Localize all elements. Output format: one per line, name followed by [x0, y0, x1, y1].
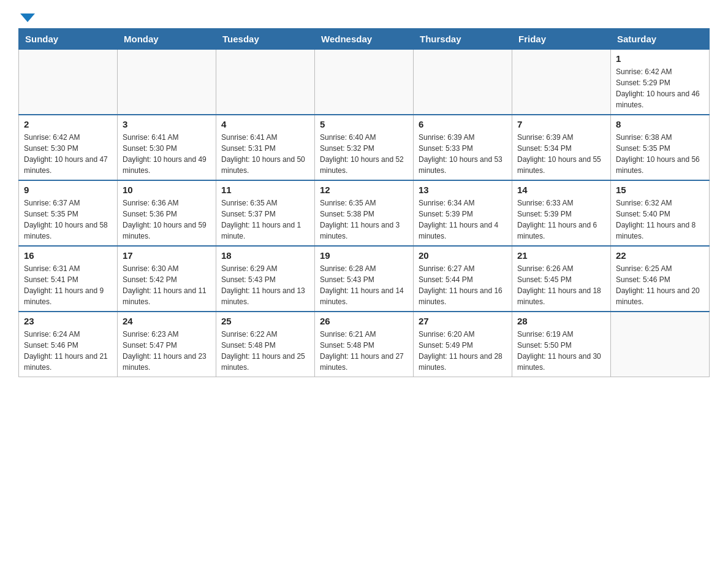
calendar-cell: 3Sunrise: 6:41 AM Sunset: 5:30 PM Daylig…	[118, 115, 216, 180]
day-info: Sunrise: 6:38 AM Sunset: 5:35 PM Dayligh…	[616, 132, 704, 176]
calendar-cell: 22Sunrise: 6:25 AM Sunset: 5:46 PM Dayli…	[611, 246, 710, 312]
day-info: Sunrise: 6:42 AM Sunset: 5:30 PM Dayligh…	[24, 132, 112, 176]
logo-triangle-icon	[20, 13, 35, 22]
calendar-cell: 15Sunrise: 6:32 AM Sunset: 5:40 PM Dayli…	[611, 180, 710, 246]
day-number: 22	[616, 250, 704, 261]
calendar-cell: 10Sunrise: 6:36 AM Sunset: 5:36 PM Dayli…	[118, 180, 216, 246]
day-number: 6	[419, 119, 507, 129]
day-number: 7	[517, 119, 605, 129]
column-header-sunday: Sunday	[19, 29, 118, 50]
day-info: Sunrise: 6:25 AM Sunset: 5:46 PM Dayligh…	[616, 263, 704, 307]
day-number: 9	[24, 185, 112, 195]
day-info: Sunrise: 6:40 AM Sunset: 5:32 PM Dayligh…	[320, 132, 408, 176]
calendar-week-row: 1Sunrise: 6:42 AM Sunset: 5:29 PM Daylig…	[19, 50, 710, 115]
day-info: Sunrise: 6:35 AM Sunset: 5:38 PM Dayligh…	[320, 197, 408, 242]
day-info: Sunrise: 6:21 AM Sunset: 5:48 PM Dayligh…	[320, 329, 408, 373]
day-number: 24	[123, 316, 211, 326]
calendar-cell: 13Sunrise: 6:34 AM Sunset: 5:39 PM Dayli…	[414, 180, 512, 246]
day-info: Sunrise: 6:28 AM Sunset: 5:43 PM Dayligh…	[320, 263, 408, 307]
day-number: 25	[221, 316, 309, 326]
day-info: Sunrise: 6:23 AM Sunset: 5:47 PM Dayligh…	[123, 329, 211, 373]
logo	[18, 12, 35, 22]
calendar-cell: 21Sunrise: 6:26 AM Sunset: 5:45 PM Dayli…	[512, 246, 611, 312]
calendar-cell	[216, 50, 315, 115]
day-info: Sunrise: 6:37 AM Sunset: 5:35 PM Dayligh…	[24, 197, 112, 242]
day-number: 18	[221, 250, 309, 261]
day-number: 16	[24, 250, 112, 261]
day-number: 13	[419, 185, 507, 195]
page-header	[18, 12, 710, 22]
column-header-saturday: Saturday	[611, 29, 710, 50]
column-header-monday: Monday	[118, 29, 216, 50]
day-number: 26	[320, 316, 408, 326]
day-info: Sunrise: 6:32 AM Sunset: 5:40 PM Dayligh…	[616, 197, 704, 242]
calendar-week-row: 9Sunrise: 6:37 AM Sunset: 5:35 PM Daylig…	[19, 180, 710, 246]
day-info: Sunrise: 6:22 AM Sunset: 5:48 PM Dayligh…	[221, 329, 309, 373]
day-number: 1	[616, 53, 704, 64]
calendar-cell: 6Sunrise: 6:39 AM Sunset: 5:33 PM Daylig…	[414, 115, 512, 180]
day-info: Sunrise: 6:34 AM Sunset: 5:39 PM Dayligh…	[419, 197, 507, 242]
day-info: Sunrise: 6:39 AM Sunset: 5:33 PM Dayligh…	[419, 132, 507, 176]
calendar-week-row: 16Sunrise: 6:31 AM Sunset: 5:41 PM Dayli…	[19, 246, 710, 312]
day-info: Sunrise: 6:41 AM Sunset: 5:30 PM Dayligh…	[123, 132, 211, 176]
column-header-friday: Friday	[512, 29, 611, 50]
day-info: Sunrise: 6:36 AM Sunset: 5:36 PM Dayligh…	[123, 197, 211, 242]
calendar-cell	[118, 50, 216, 115]
day-number: 28	[517, 316, 605, 326]
day-number: 3	[123, 119, 211, 129]
calendar-cell: 26Sunrise: 6:21 AM Sunset: 5:48 PM Dayli…	[315, 312, 414, 377]
calendar-cell: 2Sunrise: 6:42 AM Sunset: 5:30 PM Daylig…	[19, 115, 118, 180]
day-number: 27	[419, 316, 507, 326]
calendar-cell: 20Sunrise: 6:27 AM Sunset: 5:44 PM Dayli…	[414, 246, 512, 312]
day-info: Sunrise: 6:35 AM Sunset: 5:37 PM Dayligh…	[221, 197, 309, 242]
calendar-cell: 16Sunrise: 6:31 AM Sunset: 5:41 PM Dayli…	[19, 246, 118, 312]
calendar-cell: 28Sunrise: 6:19 AM Sunset: 5:50 PM Dayli…	[512, 312, 611, 377]
calendar-week-row: 2Sunrise: 6:42 AM Sunset: 5:30 PM Daylig…	[19, 115, 710, 180]
calendar-cell: 9Sunrise: 6:37 AM Sunset: 5:35 PM Daylig…	[19, 180, 118, 246]
day-info: Sunrise: 6:31 AM Sunset: 5:41 PM Dayligh…	[24, 263, 112, 307]
day-number: 12	[320, 185, 408, 195]
day-info: Sunrise: 6:30 AM Sunset: 5:42 PM Dayligh…	[123, 263, 211, 307]
calendar-cell	[19, 50, 118, 115]
calendar-header-row: SundayMondayTuesdayWednesdayThursdayFrid…	[19, 29, 710, 50]
day-info: Sunrise: 6:26 AM Sunset: 5:45 PM Dayligh…	[517, 263, 605, 307]
calendar-cell: 4Sunrise: 6:41 AM Sunset: 5:31 PM Daylig…	[216, 115, 315, 180]
calendar-cell: 24Sunrise: 6:23 AM Sunset: 5:47 PM Dayli…	[118, 312, 216, 377]
calendar-cell	[315, 50, 414, 115]
calendar-cell: 8Sunrise: 6:38 AM Sunset: 5:35 PM Daylig…	[611, 115, 710, 180]
calendar-week-row: 23Sunrise: 6:24 AM Sunset: 5:46 PM Dayli…	[19, 312, 710, 377]
calendar-table: SundayMondayTuesdayWednesdayThursdayFrid…	[18, 28, 710, 377]
calendar-cell	[512, 50, 611, 115]
day-number: 15	[616, 185, 704, 195]
day-number: 21	[517, 250, 605, 261]
column-header-tuesday: Tuesday	[216, 29, 315, 50]
day-number: 17	[123, 250, 211, 261]
day-number: 11	[221, 185, 309, 195]
calendar-cell: 7Sunrise: 6:39 AM Sunset: 5:34 PM Daylig…	[512, 115, 611, 180]
calendar-cell: 23Sunrise: 6:24 AM Sunset: 5:46 PM Dayli…	[19, 312, 118, 377]
day-number: 19	[320, 250, 408, 261]
day-number: 4	[221, 119, 309, 129]
day-number: 2	[24, 119, 112, 129]
day-number: 23	[24, 316, 112, 326]
calendar-cell: 17Sunrise: 6:30 AM Sunset: 5:42 PM Dayli…	[118, 246, 216, 312]
column-header-thursday: Thursday	[414, 29, 512, 50]
day-info: Sunrise: 6:39 AM Sunset: 5:34 PM Dayligh…	[517, 132, 605, 176]
calendar-cell: 1Sunrise: 6:42 AM Sunset: 5:29 PM Daylig…	[611, 50, 710, 115]
calendar-cell	[611, 312, 710, 377]
day-info: Sunrise: 6:20 AM Sunset: 5:49 PM Dayligh…	[419, 329, 507, 373]
column-header-wednesday: Wednesday	[315, 29, 414, 50]
calendar-cell: 27Sunrise: 6:20 AM Sunset: 5:49 PM Dayli…	[414, 312, 512, 377]
day-info: Sunrise: 6:42 AM Sunset: 5:29 PM Dayligh…	[616, 66, 704, 110]
day-number: 8	[616, 119, 704, 129]
day-info: Sunrise: 6:27 AM Sunset: 5:44 PM Dayligh…	[419, 263, 507, 307]
calendar-cell	[414, 50, 512, 115]
day-number: 10	[123, 185, 211, 195]
calendar-cell: 19Sunrise: 6:28 AM Sunset: 5:43 PM Dayli…	[315, 246, 414, 312]
day-number: 5	[320, 119, 408, 129]
calendar-cell: 12Sunrise: 6:35 AM Sunset: 5:38 PM Dayli…	[315, 180, 414, 246]
day-info: Sunrise: 6:29 AM Sunset: 5:43 PM Dayligh…	[221, 263, 309, 307]
day-info: Sunrise: 6:41 AM Sunset: 5:31 PM Dayligh…	[221, 132, 309, 176]
day-info: Sunrise: 6:24 AM Sunset: 5:46 PM Dayligh…	[24, 329, 112, 373]
day-number: 14	[517, 185, 605, 195]
